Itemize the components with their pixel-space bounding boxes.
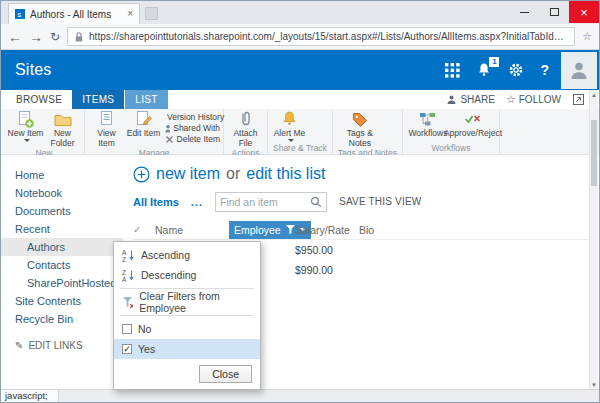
new-item-link[interactable]: new item — [156, 165, 220, 183]
delete-item-button[interactable]: Delete Item — [164, 134, 220, 144]
maximize-button[interactable] — [539, 1, 569, 23]
sidebar-item-recycle-bin[interactable]: Recycle Bin — [1, 310, 123, 328]
sidebar-item-site-contents[interactable]: Site Contents — [1, 292, 123, 310]
close-window-button[interactable]: × — [569, 1, 599, 23]
edit-links-label: EDIT LINKS — [28, 340, 82, 351]
sidebar-item-home[interactable]: Home — [1, 166, 123, 184]
view-item-icon — [97, 110, 116, 129]
browser-tab[interactable]: s Authors - All Items × — [8, 3, 140, 24]
profile-avatar-button[interactable] — [561, 52, 597, 89]
settings-button[interactable] — [508, 62, 524, 78]
sort-descending-item[interactable]: ZA Descending — [114, 265, 260, 285]
scroll-down-arrow[interactable]: ▼ — [590, 380, 598, 389]
svg-text:A: A — [122, 275, 127, 282]
filter-option-yes[interactable]: Yes — [114, 339, 260, 359]
approve-reject-label: Approve/Reject — [444, 129, 502, 139]
share-person-icon — [446, 94, 457, 105]
ribbon-group-workflows: Workflows Approve/Reject Workflows — [403, 109, 500, 154]
maximize-icon — [550, 8, 559, 16]
column-header-employee[interactable]: Employee — [229, 221, 295, 239]
edit-links-button[interactable]: ✎ EDIT LINKS — [1, 340, 123, 351]
edit-this-list-link[interactable]: edit this list — [246, 165, 325, 183]
minimize-button[interactable] — [509, 1, 539, 23]
share-button[interactable]: SHARE — [446, 94, 494, 105]
refresh-button[interactable]: ↻ — [50, 30, 60, 44]
notification-badge: 1 — [489, 57, 499, 67]
column-header-name[interactable]: Name — [155, 224, 229, 236]
save-this-view-link[interactable]: SAVE THIS VIEW — [339, 196, 421, 207]
person-icon — [568, 59, 590, 81]
column-header-salary[interactable]: Salary/Rate — [295, 224, 359, 236]
find-item-input[interactable] — [220, 196, 307, 208]
back-button[interactable]: ← — [8, 30, 22, 44]
column-header-bio[interactable]: Bio — [359, 224, 409, 236]
sidebar-item-contacts[interactable]: Contacts — [1, 256, 123, 274]
address-bar[interactable]: https://sharepointtutorials.sharepoint.c… — [67, 27, 575, 46]
sidebar-item-recent[interactable]: Recent — [1, 220, 123, 238]
close-button[interactable]: Close — [199, 365, 252, 383]
approve-reject-button[interactable]: Approve/Reject — [450, 110, 496, 139]
view-selector-row: All Items ... SAVE THIS VIEW — [133, 191, 590, 212]
manage-small-buttons: Version History Shared With Delete Item — [162, 110, 220, 144]
filter-option-yes-label: Yes — [138, 343, 155, 355]
scroll-up-arrow[interactable]: ▲ — [590, 90, 598, 99]
focus-content-button[interactable] — [572, 93, 585, 106]
shared-with-button[interactable]: Shared With — [164, 123, 220, 133]
focus-content-icon — [572, 93, 585, 106]
new-folder-button[interactable]: New Folder — [44, 110, 81, 148]
attach-file-button[interactable]: Attach File — [227, 110, 264, 148]
alert-me-label: Alert Me — [274, 129, 306, 139]
clear-filters-item[interactable]: Clear Filters from Employee — [114, 292, 260, 312]
sharepoint-favicon-icon: s — [15, 9, 25, 19]
view-tab-all-items[interactable]: All Items — [133, 196, 179, 208]
new-folder-label: New Folder — [44, 129, 81, 148]
sort-ascending-label: Ascending — [141, 249, 190, 261]
new-item-button[interactable]: New Item — [7, 110, 44, 142]
ribbon-group-tags-notes: Tags & Notes Tags and Notes — [333, 109, 403, 154]
shared-with-icon — [164, 123, 170, 134]
search-icon[interactable] — [310, 196, 322, 208]
version-history-button[interactable]: Version History — [164, 112, 220, 122]
checkbox-icon[interactable] — [122, 324, 132, 334]
ribbon: New Item New Folder New View Item Edit I… — [1, 109, 599, 155]
app-launcher-button[interactable] — [445, 63, 460, 78]
tab-close-icon[interactable]: × — [127, 9, 133, 19]
checkbox-icon[interactable] — [122, 344, 132, 354]
tab-items[interactable]: ITEMS — [72, 90, 124, 109]
sort-descending-label: Descending — [141, 269, 196, 281]
minimize-icon — [520, 12, 529, 13]
filter-option-no[interactable]: No — [114, 319, 260, 339]
help-button[interactable]: ? — [540, 62, 549, 78]
plus-circle-icon[interactable] — [133, 166, 150, 183]
lock-icon — [74, 31, 84, 43]
sort-ascending-icon: AZ — [122, 249, 135, 262]
dropdown-caret-icon — [24, 139, 30, 142]
alert-me-button[interactable]: Alert Me — [271, 110, 308, 142]
sidebar-item-notebook[interactable]: Notebook — [1, 184, 123, 202]
select-all-checkmark[interactable]: ✓ — [133, 224, 155, 235]
vertical-scrollbar[interactable]: ▲ ▼ — [589, 90, 598, 389]
edit-item-button[interactable]: Edit Item — [125, 110, 162, 139]
sidebar-item-documents[interactable]: Documents — [1, 202, 123, 220]
forward-button[interactable]: → — [29, 30, 43, 44]
tags-notes-button[interactable]: Tags & Notes — [336, 110, 384, 148]
ribbon-group-manage: View Item Edit Item Version History Shar… — [85, 109, 224, 154]
tab-browse[interactable]: BROWSE — [6, 90, 72, 109]
tab-title: Authors - All Items — [30, 9, 122, 20]
sidebar-item-authors[interactable]: Authors — [1, 238, 123, 256]
tab-list[interactable]: LIST — [125, 90, 167, 109]
follow-button[interactable]: ☆ FOLLOW — [506, 93, 561, 106]
favorites-star-icon[interactable]: ☆ — [582, 30, 592, 43]
quick-launch-sidebar: Home Notebook Documents Recent Authors C… — [1, 155, 123, 389]
svg-text:s: s — [17, 10, 21, 19]
sort-ascending-item[interactable]: AZ Ascending — [114, 245, 260, 265]
notifications-button[interactable]: 1 — [476, 62, 492, 79]
view-more-menu[interactable]: ... — [191, 196, 203, 208]
sidebar-item-sharepointhostedapp[interactable]: SharePointHostedApp — [1, 274, 123, 292]
view-item-button[interactable]: View Item — [88, 110, 125, 148]
new-tab-button[interactable] — [145, 7, 158, 20]
dropdown-caret-icon — [288, 139, 294, 142]
share-label: SHARE — [460, 94, 494, 105]
filter-menu-footer: Close — [114, 359, 260, 383]
scrollbar-thumb[interactable] — [591, 120, 597, 186]
